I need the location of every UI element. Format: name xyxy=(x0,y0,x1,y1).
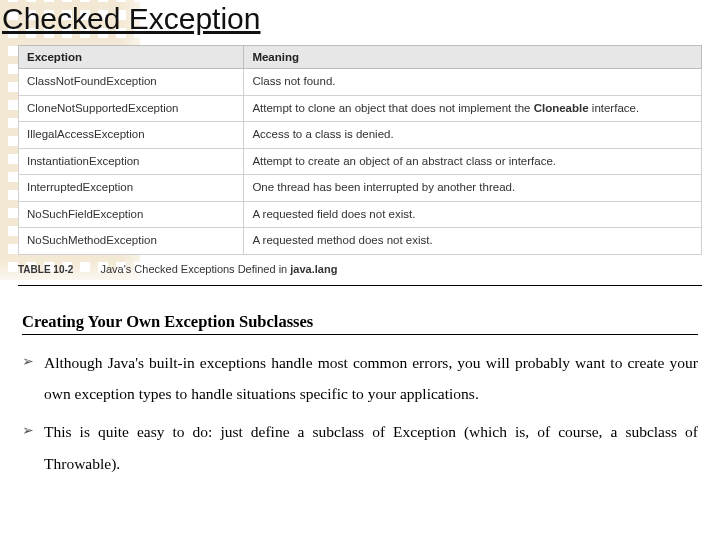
caption-underline xyxy=(18,285,702,286)
table-caption-text: Java's Checked Exceptions Defined in jav… xyxy=(100,263,337,275)
table-row: CloneNotSupportedException Attempt to cl… xyxy=(19,95,702,122)
exceptions-table: Exception Meaning ClassNotFoundException… xyxy=(18,45,702,255)
section-own-exceptions: Creating Your Own Exception Subclasses A… xyxy=(22,312,698,480)
table-row: NoSuchFieldException A requested field d… xyxy=(19,201,702,228)
list-item: This is quite easy to do: just define a … xyxy=(22,416,698,480)
table-row: InterruptedException One thread has been… xyxy=(19,175,702,202)
cell-exception: IllegalAccessException xyxy=(19,122,244,149)
table-row: ClassNotFoundException Class not found. xyxy=(19,69,702,96)
list-item: Although Java's built-in exceptions hand… xyxy=(22,347,698,411)
table-row: IllegalAccessException Access to a class… xyxy=(19,122,702,149)
cell-exception: InstantiationException xyxy=(19,148,244,175)
table-row: InstantiationException Attempt to create… xyxy=(19,148,702,175)
table-row: NoSuchMethodException A requested method… xyxy=(19,228,702,255)
page-title: Checked Exception xyxy=(0,0,720,39)
cell-meaning: Attempt to create an object of an abstra… xyxy=(244,148,702,175)
table-caption: TABLE 10-2 Java's Checked Exceptions Def… xyxy=(18,259,702,283)
col-header-exception: Exception xyxy=(19,46,244,69)
col-header-meaning: Meaning xyxy=(244,46,702,69)
cell-exception: CloneNotSupportedException xyxy=(19,95,244,122)
cell-meaning: A requested field does not exist. xyxy=(244,201,702,228)
cell-meaning: Access to a class is denied. xyxy=(244,122,702,149)
cell-exception: InterruptedException xyxy=(19,175,244,202)
table-header-row: Exception Meaning xyxy=(19,46,702,69)
cell-meaning: Attempt to clone an object that does not… xyxy=(244,95,702,122)
cell-exception: NoSuchFieldException xyxy=(19,201,244,228)
cell-meaning: One thread has been interrupted by anoth… xyxy=(244,175,702,202)
cell-meaning: Class not found. xyxy=(244,69,702,96)
exceptions-table-wrap: Exception Meaning ClassNotFoundException… xyxy=(18,45,702,255)
bullet-list: Although Java's built-in exceptions hand… xyxy=(22,347,698,480)
cell-exception: ClassNotFoundException xyxy=(19,69,244,96)
cell-meaning: A requested method does not exist. xyxy=(244,228,702,255)
cell-exception: NoSuchMethodException xyxy=(19,228,244,255)
table-caption-label: TABLE 10-2 xyxy=(18,264,96,275)
section-heading: Creating Your Own Exception Subclasses xyxy=(22,312,698,335)
